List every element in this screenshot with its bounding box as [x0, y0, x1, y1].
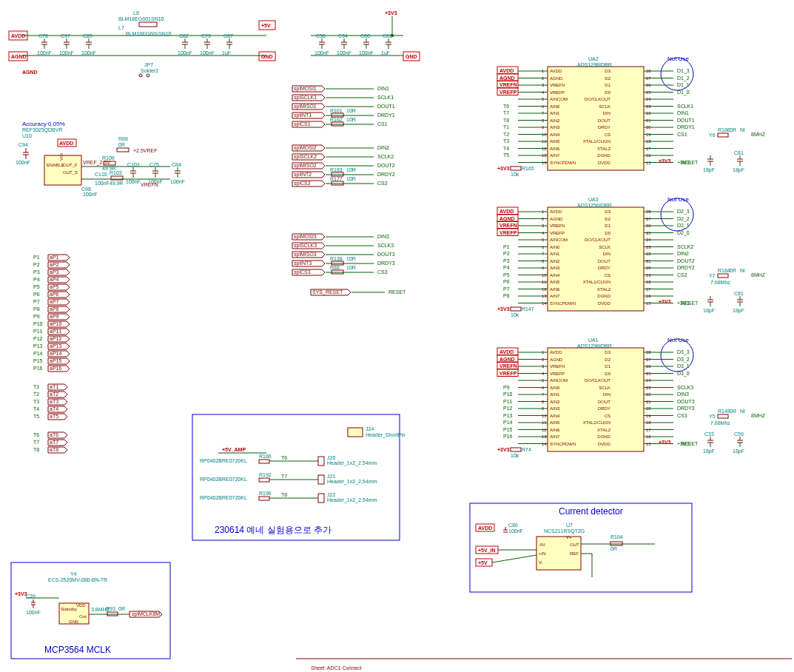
svg-rect-410 — [511, 167, 521, 170]
svg-text:AVDD: AVDD — [499, 349, 514, 355]
svg-text:DRDY2: DRDY2 — [677, 265, 695, 270]
svg-text:aP13: aP13 — [50, 343, 61, 349]
svg-text:+3V3: +3V3 — [659, 440, 671, 445]
svg-text:D1: D1 — [605, 83, 610, 87]
svg-text:R147: R147 — [522, 306, 534, 312]
svg-text:C98: C98 — [81, 187, 91, 192]
svg-text:100nF: 100nF — [508, 528, 523, 534]
svg-text:AIN7: AIN7 — [550, 294, 560, 298]
svg-text:R184: R184 — [718, 268, 730, 273]
svg-text:aT5: aT5 — [50, 414, 58, 419]
svg-text:T2: T2 — [503, 132, 509, 137]
sheet-title: Sheet: ADC1 Connect — [311, 665, 362, 671]
svg-text:P16: P16 — [33, 366, 43, 371]
svg-text:DRDY3: DRDY3 — [377, 261, 395, 266]
svg-text:DO/CLKOUT: DO/CLKOUT — [585, 238, 610, 242]
svg-text:+5V_IN: +5V_IN — [478, 548, 496, 553]
svg-text:SCLK3: SCLK3 — [377, 243, 394, 248]
svg-text:+3V3: +3V3 — [497, 306, 510, 312]
svg-text:100nF: 100nF — [59, 50, 74, 56]
svg-text:RESET: RESET — [681, 160, 699, 165]
svg-text:P5: P5 — [503, 272, 510, 278]
svg-rect-705 — [318, 457, 324, 466]
svg-text:DOUT2: DOUT2 — [377, 163, 395, 168]
svg-text:7.68Mhz: 7.68Mhz — [710, 280, 730, 285]
svg-text:P2: P2 — [33, 262, 40, 267]
jp7-ref: JP7 — [144, 62, 153, 67]
svg-text:+3V3: +3V3 — [659, 158, 671, 164]
svg-text:NCS211RSQT2G: NCS211RSQT2G — [544, 528, 585, 534]
svg-text:100nF: 100nF — [16, 160, 30, 165]
svg-text:R164: R164 — [610, 534, 623, 540]
svg-text:+3V3: +3V3 — [659, 299, 671, 304]
svg-text:DOUT1: DOUT1 — [377, 104, 395, 109]
svg-text:aP14: aP14 — [50, 351, 61, 356]
svg-text:P10: P10 — [33, 321, 43, 326]
svg-text:Standby: Standby — [61, 607, 77, 611]
svg-text:1uF: 1uF — [222, 50, 231, 56]
svg-text:DIN3: DIN3 — [377, 234, 389, 239]
svg-text:AIN7: AIN7 — [550, 153, 560, 158]
svg-text:C61: C61 — [383, 33, 392, 38]
svg-text:AIN2: AIN2 — [550, 400, 560, 404]
svg-text:AGND: AGND — [499, 216, 515, 221]
svg-text:T3: T3 — [503, 138, 509, 144]
svg-text:R88: R88 — [330, 265, 340, 270]
svg-text:XTAL1/CLKIN: XTAL1/CLKIN — [583, 280, 610, 284]
svg-text:AIN0: AIN0 — [550, 386, 560, 390]
svg-text:Header_1x2_2.54mm: Header_1x2_2.54mm — [327, 497, 377, 503]
svg-text:DOUT: DOUT — [598, 259, 610, 263]
svg-text:CS: CS — [605, 132, 610, 137]
l8-val: BLM18EG601SN10 — [118, 16, 164, 21]
svg-text:NI: NI — [740, 268, 745, 273]
svg-text:Not Use: Not Use — [667, 337, 689, 343]
svg-text:C97: C97 — [61, 33, 70, 38]
svg-text:AGND: AGND — [499, 357, 515, 362]
svg-text:AIN0: AIN0 — [550, 245, 560, 249]
svg-text:T1: T1 — [503, 124, 509, 130]
svg-text:Header_1x2_2.54mm: Header_1x2_2.54mm — [327, 479, 377, 485]
svg-text:100nF: 100nF — [95, 181, 110, 186]
svg-text:D3: D3 — [605, 209, 610, 214]
svg-text:AIN2: AIN2 — [550, 259, 560, 263]
svg-text:C94: C94 — [18, 142, 28, 147]
svg-text:NI: NI — [740, 127, 745, 132]
svg-text:100nF: 100nF — [337, 50, 351, 56]
svg-text:R186: R186 — [718, 127, 730, 132]
svg-text:aP4: aP4 — [50, 277, 59, 282]
svg-text:OUT_F: OUT_F — [63, 163, 78, 167]
svg-text:DIN2: DIN2 — [677, 251, 689, 256]
svg-text:P4: P4 — [33, 277, 40, 282]
svg-text:aP15: aP15 — [50, 358, 61, 363]
svg-text:Y4: Y4 — [70, 571, 77, 577]
svg-text:C85: C85 — [83, 33, 92, 38]
svg-text:SYNCPDWN: SYNCPDWN — [550, 301, 576, 306]
svg-text:D2: D2 — [605, 217, 610, 221]
svg-text:SYNCPDWN: SYNCPDWN — [550, 442, 576, 446]
svg-text:VREFN: VREFN — [499, 82, 517, 87]
gnd-label-1: GND — [261, 54, 273, 59]
svg-text:UA3: UA3 — [588, 197, 599, 202]
svg-text:+5V: +5V — [478, 560, 488, 565]
svg-text:D3_2: D3_2 — [677, 357, 690, 363]
svg-text:DOUT3: DOUT3 — [677, 399, 695, 404]
svg-text:0R: 0R — [118, 606, 125, 611]
svg-point-42 — [147, 74, 149, 77]
svg-text:100nF: 100nF — [200, 50, 215, 56]
svg-text:DIN1: DIN1 — [377, 86, 389, 91]
svg-text:V+: V+ — [566, 535, 572, 540]
svg-rect-695 — [348, 428, 363, 437]
svg-rect-713 — [318, 475, 324, 484]
svg-text:aP5: aP5 — [50, 284, 59, 289]
svg-text:AVDD: AVDD — [59, 141, 73, 146]
avdd-label: AVDD — [11, 33, 25, 38]
svg-text:J20: J20 — [327, 455, 335, 460]
svg-text:C39: C39 — [26, 594, 36, 599]
svg-text:D1_1: D1_1 — [677, 82, 690, 88]
svg-text:REF: REF — [570, 551, 579, 556]
svg-text:DIN1: DIN1 — [677, 110, 689, 115]
svg-text:NI: NI — [740, 409, 745, 414]
svg-text:T8: T8 — [503, 118, 509, 123]
svg-text:D3: D3 — [605, 350, 610, 355]
svg-text:AIN5: AIN5 — [550, 139, 560, 144]
